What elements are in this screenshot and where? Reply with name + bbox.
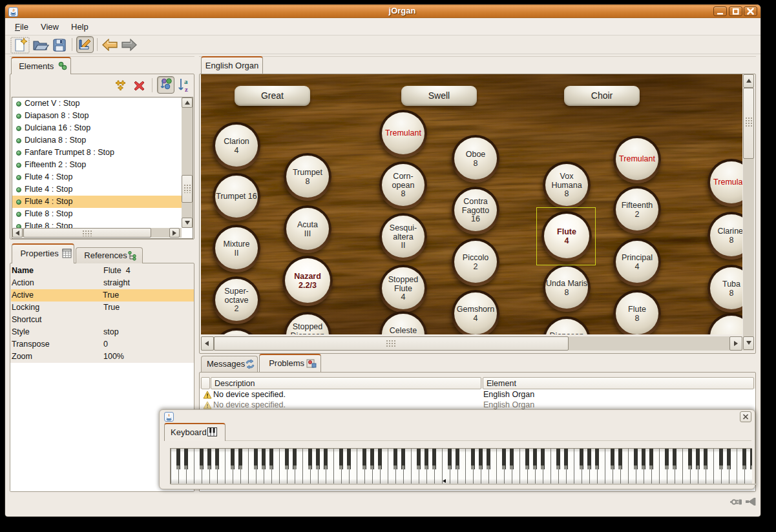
svg-text:a: a xyxy=(184,77,188,85)
svg-text:z: z xyxy=(185,85,188,93)
